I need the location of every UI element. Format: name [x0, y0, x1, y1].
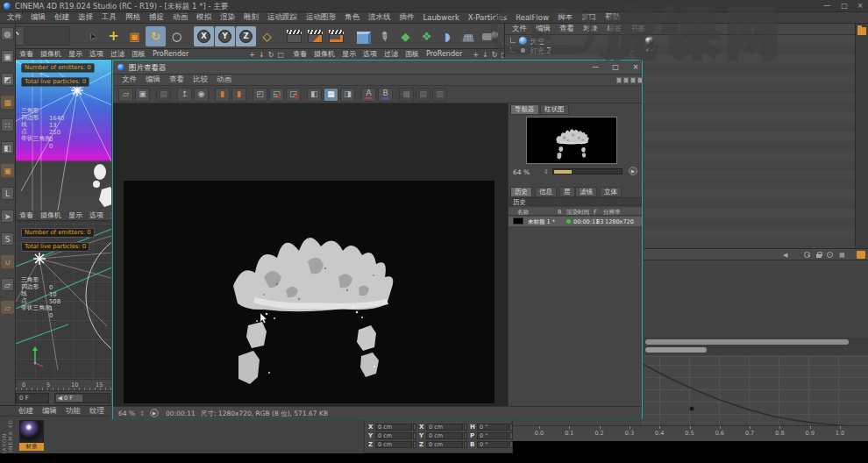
- menu-item[interactable]: 选择: [74, 12, 97, 23]
- thumbnail-view-button[interactable]: ▤: [156, 88, 171, 102]
- menu-item[interactable]: 脚本: [553, 12, 577, 23]
- generators-button[interactable]: ◆: [395, 26, 416, 46]
- gear-icon[interactable]: [827, 252, 833, 258]
- viewport-menu-item[interactable]: 摄像机: [37, 210, 65, 220]
- menu-item[interactable]: 运动图形: [302, 12, 340, 23]
- layer-option-1-button[interactable]: ▩: [399, 88, 414, 102]
- film-frame-button[interactable]: ◰: [253, 88, 267, 102]
- coordinate-system-button[interactable]: ◇: [257, 26, 277, 46]
- menu-item[interactable]: 模拟: [192, 12, 216, 23]
- coord-spinner[interactable]: [464, 441, 467, 448]
- folder-tab-icon[interactable]: [857, 27, 866, 35]
- object-manager-menu-item[interactable]: 书签: [626, 24, 650, 34]
- menu-item[interactable]: X-Particles: [464, 13, 511, 22]
- viewport-menu-item[interactable]: 选项: [359, 49, 381, 59]
- picture-viewer-title-bar[interactable]: 图片查看器 — □ ×: [113, 61, 642, 75]
- menu-item[interactable]: 捕捉: [145, 12, 168, 23]
- environment-button[interactable]: ▦: [459, 26, 479, 46]
- render-settings-button[interactable]: [326, 26, 346, 46]
- z-axis-lock-button[interactable]: Z: [236, 26, 256, 46]
- set-b-image-button[interactable]: B: [378, 88, 393, 102]
- locked-workplane-icon[interactable]: ▱: [1, 301, 14, 314]
- maximize-button[interactable]: □: [837, 1, 851, 11]
- object-manager-menu-item[interactable]: 查看: [555, 24, 579, 34]
- coord-field-position[interactable]: 0 cm: [375, 441, 412, 448]
- float-window-icon[interactable]: [616, 77, 622, 83]
- scroll-down-icon[interactable]: [637, 77, 643, 83]
- coord-field-rotation[interactable]: 0 °: [477, 424, 509, 431]
- viewport-wireframe[interactable]: Number of emitters: 0 Total live particl…: [16, 221, 112, 379]
- user-button[interactable]: ◉: [194, 88, 209, 102]
- horizontal-scrollbar[interactable]: [645, 347, 707, 353]
- rotate-view-icon[interactable]: ↻: [490, 51, 500, 59]
- upload-button[interactable]: ↥: [177, 88, 192, 102]
- object-row[interactable]: 天空◦◦: [505, 36, 855, 46]
- viewport-solo-icon[interactable]: ➤: [1, 210, 14, 223]
- move-panel-icon[interactable]: [630, 77, 636, 83]
- history-table-row[interactable]: 未标题 1 * 00:00:11 83 1280x720: [509, 217, 642, 226]
- viewport-perspective[interactable]: Number of emitters: 0 Total live particl…: [16, 60, 112, 210]
- viewport-menu-item[interactable]: 过滤: [107, 49, 128, 59]
- render-view-button[interactable]: [284, 26, 304, 46]
- folder-tab-icon[interactable]: [857, 251, 865, 259]
- lock-icon[interactable]: [816, 252, 822, 258]
- scale-tool-icon[interactable]: ▣: [125, 26, 145, 46]
- points-mode-icon[interactable]: ∷: [1, 118, 14, 132]
- workplane-mode-icon[interactable]: ▦: [1, 96, 14, 109]
- menu-item[interactable]: 工具: [97, 12, 121, 23]
- menu-item[interactable]: 编辑: [26, 12, 50, 23]
- x-axis-lock-button[interactable]: X: [194, 26, 214, 46]
- polygons-mode-icon[interactable]: ▣: [1, 164, 14, 177]
- grid-view-button[interactable]: ▦: [324, 88, 338, 102]
- timeline-ruler[interactable]: 051015: [16, 379, 112, 391]
- coord-spinner[interactable]: [413, 424, 416, 431]
- viewport-menu-item[interactable]: 显示: [65, 210, 86, 220]
- visibility-dots[interactable]: ◦◦: [630, 47, 638, 53]
- save-button[interactable]: ▣: [135, 88, 150, 102]
- edges-mode-icon[interactable]: ◧: [1, 141, 14, 154]
- menu-item[interactable]: 渲染: [216, 12, 239, 23]
- rotate-tool-icon[interactable]: ↻: [146, 26, 166, 46]
- viewport-menu-item[interactable]: 选项: [86, 49, 107, 59]
- menu-item[interactable]: 帮助: [601, 12, 624, 23]
- coord-spinner[interactable]: [413, 441, 416, 448]
- menu-item[interactable]: RealFlow: [511, 13, 553, 22]
- material-menu-item[interactable]: 纹理: [85, 406, 109, 417]
- tab-立体[interactable]: 立体: [600, 187, 622, 197]
- navigator-thumbnail[interactable]: [526, 117, 617, 164]
- camera-button[interactable]: [480, 26, 500, 46]
- object-name[interactable]: 灯光.2: [530, 46, 551, 56]
- maximize-view-icon[interactable]: □: [275, 51, 286, 59]
- frame-slider-handle[interactable]: ◀ 0 F: [56, 395, 82, 402]
- minimize-button[interactable]: —: [587, 62, 603, 73]
- coord-spinner[interactable]: [464, 432, 467, 439]
- fcurve-ruler[interactable]: 0.00.10.20.30.40.50.60.70.80.91.0: [513, 425, 868, 441]
- viewport-menu-item[interactable]: 显示: [338, 49, 359, 59]
- material-menu-item[interactable]: 创建: [14, 406, 38, 417]
- zoom-view-icon[interactable]: ↓: [480, 51, 490, 59]
- coord-spinner[interactable]: [413, 432, 416, 439]
- menu-item[interactable]: 运动跟踪: [263, 12, 302, 23]
- texture-mode-icon[interactable]: ◩: [1, 73, 14, 86]
- snap-settings-icon[interactable]: S: [1, 232, 14, 246]
- sphere-tag[interactable]: [645, 36, 654, 45]
- coord-field-rotation[interactable]: 0 °: [477, 432, 509, 439]
- workplane-icon[interactable]: ▱: [1, 278, 14, 291]
- snap-toggle-icon[interactable]: ∪: [1, 255, 14, 268]
- menu-item[interactable]: 雕刻: [239, 12, 263, 23]
- undo-dropdown[interactable]: [25, 26, 70, 46]
- menu-item[interactable]: 窗口: [577, 12, 601, 23]
- menu-item[interactable]: 网格: [121, 12, 145, 23]
- check-tag[interactable]: ✓✓: [645, 46, 656, 53]
- tab-histogram[interactable]: 柱状图: [540, 104, 569, 115]
- object-manager-menu-item[interactable]: 编辑: [531, 24, 555, 34]
- coord-field-rotation[interactable]: 0 °: [477, 441, 509, 448]
- rotate-view-icon[interactable]: ↻: [267, 51, 276, 59]
- set-a-image-button[interactable]: A: [361, 88, 376, 102]
- film-person-button[interactable]: ◲: [286, 88, 301, 102]
- model-mode-icon[interactable]: ▣: [1, 50, 14, 63]
- mograph-button[interactable]: ❖: [416, 26, 437, 46]
- zoom-slider[interactable]: [552, 168, 623, 175]
- film-marker-button[interactable]: ◱: [269, 88, 284, 102]
- menu-item[interactable]: 创建: [50, 12, 74, 23]
